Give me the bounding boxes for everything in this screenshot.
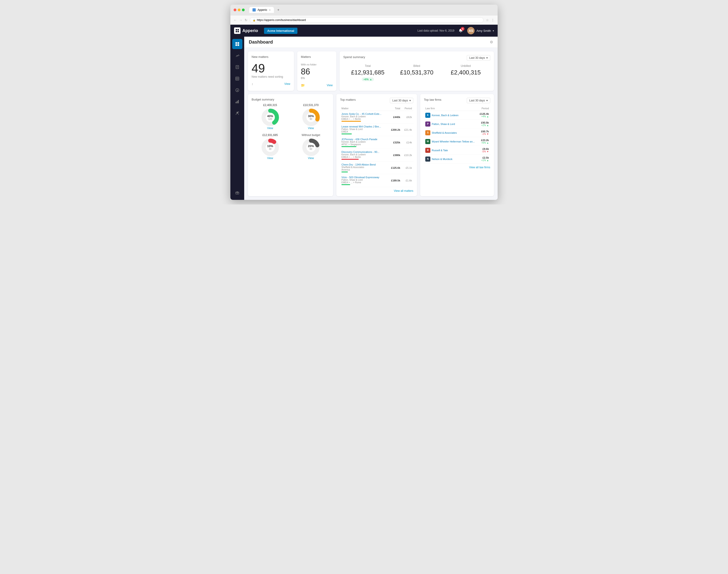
svg-rect-6 <box>235 44 237 46</box>
tab-favicon <box>253 8 256 11</box>
matter-firm-3: Kenner, Bach & Ledeen <box>342 153 387 156</box>
donut-label-1: 40% 120 <box>267 114 273 120</box>
budget-card: Budget summary £2,400,315 <box>248 94 333 196</box>
matters-table-row: Chem-Dry - 1349 Allston Bend Sheffield &… <box>340 162 413 174</box>
spend-total-col: Total £12,931,685 +6% ▲ <box>343 64 392 81</box>
bookmark-icon[interactable]: ☆ <box>486 18 489 22</box>
matter-progress-0 <box>342 121 361 122</box>
firm-name-4[interactable]: Russell & Tate <box>432 149 448 152</box>
firm-name-1[interactable]: Patton, Shaw & Lord <box>432 123 455 125</box>
view-all-firms-link[interactable]: View all law firms <box>424 166 490 169</box>
matters-percentage: 6% <box>301 77 333 80</box>
donut-1: 40% 120 <box>261 108 279 127</box>
forward-button[interactable]: → <box>239 18 242 22</box>
matter-period-0: £62k <box>402 111 413 124</box>
spend-period-select[interactable]: Last 30 days ▾ <box>467 55 490 60</box>
matter-total-3: £380k <box>388 149 402 162</box>
matter-total-1: £200.2k <box>388 124 402 136</box>
budget-view-2[interactable]: View <box>308 127 314 130</box>
url-bar[interactable]: 🔒 https://apperio.com/business/dashboard <box>250 17 484 23</box>
donut-2: 30% 90 <box>302 108 320 127</box>
matter-region-2: APSC > Singapore <box>342 143 387 146</box>
new-matters-footer: ↕ View <box>252 82 290 86</box>
top-firms-period-select[interactable]: Last 30 days ▾ <box>467 98 490 103</box>
donut-label-4: 20% 60 <box>308 144 314 150</box>
menu-icon[interactable]: ⋮ <box>491 18 494 22</box>
new-tab-button[interactable]: + <box>277 8 279 12</box>
matter-cell-2: JCPenney - 436 Church Parade Kenner, Bac… <box>340 136 388 149</box>
matter-name-2[interactable]: JCPenney - 436 Church Parade <box>342 138 387 140</box>
top-matters-chevron: ▾ <box>409 99 411 102</box>
matter-total-5: £189.5k <box>388 174 402 187</box>
total-amount: £12,931,685 <box>343 69 392 76</box>
budget-view-4[interactable]: View <box>308 157 314 160</box>
maximize-dot[interactable] <box>242 8 245 11</box>
budget-item-2: £10,531,370 30% 90 <box>292 104 329 130</box>
budget-view-1[interactable]: View <box>267 127 273 130</box>
sidebar-item-billing[interactable]: $ <box>232 85 242 95</box>
donut-label-3: 10% 30 <box>267 144 273 150</box>
budget-grid: £2,400,315 40% 120 <box>252 104 329 160</box>
matter-name-0[interactable]: Jones Soda Co. - 45 Corbett Exte... <box>342 113 387 115</box>
firm-amount-2: £60.7k <box>479 130 489 133</box>
firm-name-3[interactable]: Wyant Wheeler Hellerman Tetlow an... <box>432 140 475 143</box>
refresh-button[interactable]: ↻ <box>245 18 247 22</box>
matter-period-4: £5.1k <box>402 162 413 174</box>
matter-name-1[interactable]: Lease renewal 964 Charles J Bre... <box>342 125 387 128</box>
spend-badge: +6% ▲ <box>362 77 374 81</box>
firm-amount-cell-1: £93.5k +2% ▲ <box>478 120 490 128</box>
company-badge[interactable]: Acme International <box>264 28 298 34</box>
firms-table-row: P Patton, Shaw & Lord £93.5k +2% ▲ <box>424 120 490 128</box>
top-matters-period-select[interactable]: Last 30 days ▾ <box>390 98 413 103</box>
sidebar-item-table[interactable] <box>232 74 242 84</box>
notification-button[interactable]: 6 <box>458 28 464 34</box>
new-matters-view-link[interactable]: View <box>284 82 290 85</box>
page-title: Dashboard <box>249 39 273 45</box>
sidebar-item-charts[interactable] <box>232 96 242 107</box>
sidebar-item-gift[interactable] <box>232 188 242 198</box>
settings-icon[interactable]: ⚙ <box>490 40 493 44</box>
matter-total-4: £125.6k <box>388 162 402 174</box>
firms-table-row: W Wyant Wheeler Hellerman Tetlow an... £… <box>424 137 490 146</box>
budget-view-3[interactable]: View <box>267 157 273 160</box>
firm-avatar-1: P <box>425 121 430 127</box>
user-name: Amy Smith <box>476 29 491 33</box>
svg-point-22 <box>238 112 239 113</box>
minimize-dot[interactable] <box>238 8 240 11</box>
col-firm-period: Period <box>478 106 490 111</box>
user-area[interactable]: AS Amy Smith ▾ <box>467 27 494 34</box>
matter-firm-4: Sheffield & Associates <box>342 166 387 168</box>
spend-unbilled-col: Unbilled £2,400,315 <box>441 64 490 81</box>
sidebar-item-dashboard[interactable] <box>232 39 242 49</box>
matter-name-5[interactable]: Vizio - 503 Olmstead Expressway <box>342 176 387 179</box>
matters-no-folder-label: With no folder <box>301 63 333 66</box>
sidebar-item-user-settings[interactable] <box>232 108 242 118</box>
firm-name-2[interactable]: Sheffield & Associates <box>432 131 457 134</box>
sidebar-item-analytics[interactable] <box>232 50 242 60</box>
firm-change-5: +1% ▲ <box>479 159 489 162</box>
matter-progress-3 <box>342 159 359 160</box>
without-budget-label: Without budget <box>302 133 320 137</box>
tab-close[interactable]: ✕ <box>269 9 271 11</box>
close-dot[interactable] <box>234 8 236 11</box>
budget-amount-2: £10,531,370 <box>303 104 319 107</box>
matter-firm-5: Patton, Shaw & Lord <box>342 179 387 181</box>
browser-tab[interactable]: Apperio ✕ <box>249 7 274 13</box>
matter-name-4[interactable]: Chem-Dry - 1349 Allston Bend <box>342 163 387 166</box>
firm-name-0[interactable]: Kenner, Bach & Ledeen <box>432 114 458 117</box>
sort-icon: ↕ <box>252 82 253 86</box>
firm-change-0: +4% ▲ <box>479 115 489 118</box>
matter-cell-0: Jones Soda Co. - 45 Corbett Exte... Kenn… <box>340 111 388 124</box>
matter-region-1: EMEA <box>342 130 387 133</box>
sidebar-item-reports[interactable] <box>232 62 242 72</box>
main-content: Dashboard ⚙ New matters 49 New matters n… <box>244 37 498 200</box>
view-all-matters-link[interactable]: View all matters <box>340 189 413 193</box>
firm-name-5[interactable]: Nelson & Murdock <box>432 158 452 160</box>
col-period: Period <box>402 106 413 111</box>
cards-row-1: New matters 49 New matters need sorting … <box>248 51 494 91</box>
matters-table-header: Matter Total Period <box>340 106 413 111</box>
new-matters-title: New matters <box>252 55 290 58</box>
matter-name-3[interactable]: Discovery Communications - 90... <box>342 151 387 153</box>
back-button[interactable]: ← <box>234 18 237 22</box>
matters-view-link[interactable]: View <box>327 84 333 87</box>
